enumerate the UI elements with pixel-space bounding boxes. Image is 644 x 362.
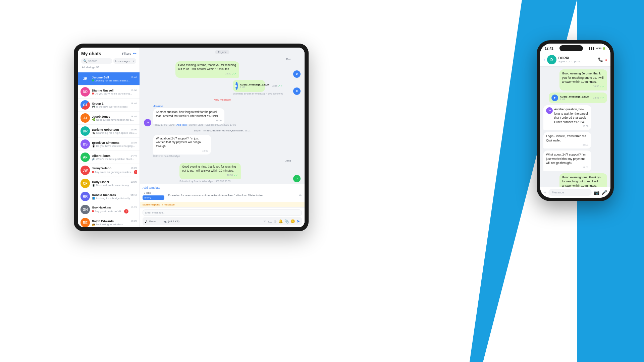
chat-preview: 📱 Need a durable case for my... [92,184,137,187]
chat-preview: 📻 I'm looking for wireless... [92,223,137,226]
send-button[interactable]: ➤ [297,219,300,224]
phone-mic-button[interactable]: 🎤 [601,190,607,195]
phone-messages-area: Good evening Jerome, thank you for reach… [540,67,610,187]
chat-time: 10:25 [130,206,137,209]
message-row: Je Jerome Another question, how long to … [144,105,301,126]
message-bubble: Good evening Irina, thank you for reachi… [179,163,241,179]
chat-name-row: Darlene Robertson 16:00 [92,128,137,131]
chat-item-content: Ralph Edwards 10:25 📻 I'm looking for wi… [92,220,137,226]
chevron-down-icon: ▾ [133,60,135,63]
music-icon: ♪ [145,218,147,224]
chat-time: 18:46 [130,102,137,105]
chat-item[interactable]: CF Cody Fisher 10:00 📱 Need a durable ca… [78,177,140,190]
search-placeholder: Search... [88,59,100,63]
add-template-button[interactable]: Add template [143,186,302,189]
emoji2-icon[interactable]: 😊 [290,219,295,224]
phone-message-bubble: Login - irina90, transferred via Qiwi wa… [543,132,591,148]
emoji-icon[interactable]: ☺ [273,219,277,223]
notification-icon[interactable]: 🔔 [278,219,283,224]
chat-item[interactable]: AF Albert Flores 14:46 🔊 What's the best… [78,151,140,164]
attachment-icon[interactable]: 📎 [284,219,289,224]
chat-item-content: Cody Fisher 10:00 📱 Need a durable case … [92,180,137,187]
template-preview: Promotion for new customers of our netwo… [168,191,302,200]
chat-preview: 🔌 Searching for a high-speed USB... [92,131,137,134]
new-message-label: New message [214,98,231,101]
phone-bubble-time: 19:02 [546,166,589,169]
chat-item-content: Group 1 18:46 🎮 Is the new GoPro in stoc… [92,102,137,108]
chat-preview: Any good deals on VR... 1 [92,209,137,214]
avatar: Je [144,119,151,126]
phone-message-bubble: What about 24/7 support? I'm just worrie… [543,150,591,171]
chat-list: JB Jerome Bell 18:46 Looking for the lat… [78,72,140,227]
status-dot [92,210,94,212]
phone-call-button[interactable]: 📞 [598,57,603,62]
status-dot [92,171,94,173]
audio-bubble: ▶ Audio_message_12:05i 2 MB 18:45 ✓✓ [233,80,265,92]
phone-device: 12:41 ▌▌▌ WiFi 🔋 ‹ D DORRI apple A1470 p… [537,40,614,201]
phone-audio-play-icon[interactable]: ▶ [551,95,558,101]
chat-preview: Do you carry noise-cancelling... [92,92,137,95]
phone-input-bar: + Message 📷 🎤 [540,187,610,198]
chat-name: Brooklyn Simmons [92,141,119,144]
sender-label: Dan [175,58,291,61]
sidebar-header: My chats Filters ✏ 🔍 Search... In messag… [78,48,140,72]
phone-message-input[interactable]: Message [548,189,592,196]
avatar: J [293,175,301,182]
chat-item[interactable]: JJ Jacob Jones 18:46 🌿 Need a recommenda… [78,112,140,125]
chat-item-content: Dianne Russell 19:00 Do you carry noise-… [92,89,137,95]
bubble-time: 18:30 ✓✓ [178,72,236,76]
chat-item[interactable]: RR Ronald Richards 05:42 📘 Looking for a… [78,190,140,203]
chat-time: 05:42 [130,193,137,196]
audio-size: 2 MB [240,86,270,88]
chat-item[interactable]: RE Ralph Edwards 10:25 📻 I'm looking for… [78,216,140,227]
chat-name: Darlene Robertson [92,128,119,131]
phone-audio-bubble: ▶ Audio_message_12:05i 2 MB 18:45 ✓✓ [549,93,607,103]
search-input-box[interactable]: 🔍 Search... [81,58,112,64]
message-bubble: Good evening Jerome, thank you for reach… [175,61,239,78]
chat-item[interactable]: DR Darlene Robertson 16:00 🔌 Searching f… [78,125,140,138]
avatar: DR [80,87,90,97]
template-item-sorry[interactable]: \Sorry [143,195,164,200]
all-dialogs-label: All dialogs 39 [81,66,136,70]
message-bubble: Another question, how long to wait for t… [153,108,224,124]
chat-item[interactable]: BS Brooklyn Simmons 15:58 📱 Do you have … [78,138,140,151]
chat-item[interactable]: JB Jerome Bell 18:46 Looking for the lat… [78,72,140,85]
filters-button[interactable]: Filters [122,52,131,55]
chat-item-content: Ronald Richards 05:42 📘 Looking for a bu… [92,193,137,200]
audio-play-icon[interactable]: ▶ [235,82,238,90]
template-edit-icon[interactable]: ✏ [299,193,302,197]
chat-item[interactable]: G1 Group 1 18:46 🎮 Is the new GoPro in s… [78,99,140,112]
phone-message-bubble: Je Another question, how long to wait fo… [543,105,591,130]
message-group: Jerome Another question, how long to wai… [153,105,282,126]
ellipsis-icon[interactable]: \... [268,219,272,223]
chat-preview: 📘 Looking for a budget-friendly... [92,197,137,200]
phone-back-button[interactable]: ‹ [543,57,545,62]
chat-item[interactable]: JW Jenny Wilson 10:25 Any sales on gamin… [78,164,140,177]
chat-time: 16:00 [130,128,137,131]
chat-name-row: Dianne Russell 19:00 [92,89,137,92]
check-icon: ✓✓ [232,72,236,76]
phone-message-bubble: Good evening Irina, thank you for reachi… [559,173,607,187]
signal-icon: ▌▌▌ [589,47,595,50]
chat-item[interactable]: GH Guy Hawkins 10:25 Any good deals on V… [78,203,140,216]
phone-chat-header: ‹ D DORRI apple A1470 pcr ti... 📞 ● [540,53,610,67]
check-icon: ✓✓ [278,84,283,87]
chat-preview: Looking for the latest fitness... [92,79,137,82]
chat-name-row: Cody Fisher 10:00 [92,180,137,184]
chat-name: Group 1 [92,102,104,105]
phone-camera-button[interactable]: 📷 [594,190,599,195]
message-row: J Jane Good evening Irina, thank you for… [144,159,301,182]
attachment-name: Erewr....... .ogg (48.2 KB) [149,220,261,223]
attachment-remove-button[interactable]: ✕ [263,220,266,223]
submitted-text: Submitted by Jane in WhatsApp + 999 999 … [179,180,291,182]
message-input[interactable]: Enter message... [143,209,302,216]
chat-item-content: Albert Flores 14:46 🔊 What's the best po… [92,154,137,161]
template-list: \Hello \Sorry Promotion for new customer… [143,191,302,200]
avatar: DR [80,126,90,136]
chat-name: Jerome Bell [92,76,109,79]
edit-icon[interactable]: ✏ [133,52,136,56]
phone-plus-button[interactable]: + [543,189,546,195]
search-filter-box[interactable]: In messages... ▾ [113,58,136,64]
template-item-hello[interactable]: \Hello [143,191,164,195]
chat-item[interactable]: DR Dianne Russell 19:00 Do you carry noi… [78,85,140,99]
